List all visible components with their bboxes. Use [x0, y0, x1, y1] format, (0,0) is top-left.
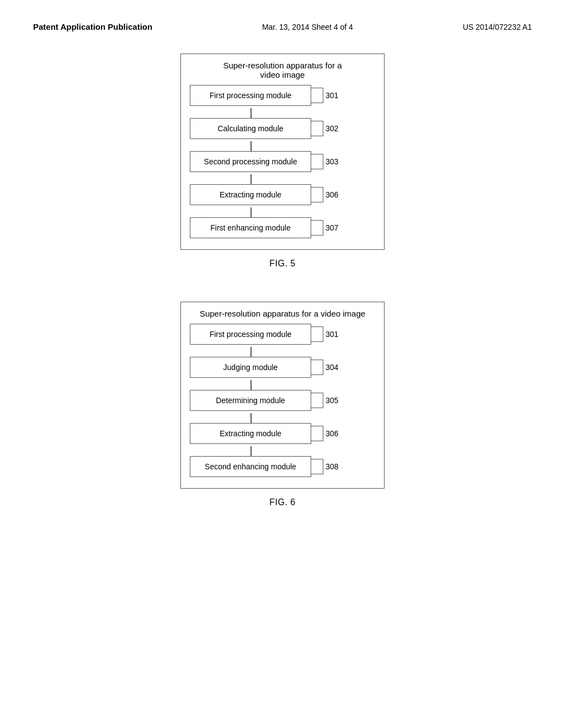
figure-6: Super-resolution apparatus for a video i…	[180, 302, 385, 507]
module-box: Determining module	[190, 390, 311, 411]
page-header: Patent Application Publication Mar. 13, …	[33, 22, 532, 31]
module-number-label: 306	[326, 429, 338, 438]
page: Patent Application Publication Mar. 13, …	[0, 0, 565, 728]
module-number-group: 307	[311, 220, 338, 235]
connector-line	[250, 413, 252, 423]
module-box: Second processing module	[190, 151, 311, 172]
module-number-label: 303	[326, 157, 338, 166]
module-number-label: 305	[326, 396, 338, 405]
diagram-box-6: Super-resolution apparatus for a video i…	[180, 302, 385, 489]
module-box: First processing module	[190, 85, 311, 106]
diagram-box-5: Super-resolution apparatus for avideo im…	[180, 53, 385, 250]
module-number-label: 307	[326, 223, 338, 232]
diagram-title-5: Super-resolution apparatus for avideo im…	[190, 61, 375, 79]
module-row: Second enhancing module308	[190, 456, 375, 477]
module-row: Judging module304	[190, 357, 375, 378]
figure-5: Super-resolution apparatus for avideo im…	[180, 53, 385, 269]
bracket-shape	[311, 393, 323, 408]
connector-line	[250, 446, 252, 456]
connector-line	[250, 380, 252, 390]
connector-line	[250, 174, 252, 184]
module-box: Calculating module	[190, 118, 311, 139]
module-number-label: 306	[326, 190, 338, 199]
fig6-caption: FIG. 6	[269, 497, 295, 507]
module-number-group: 301	[311, 88, 338, 103]
connector-line	[250, 141, 252, 151]
module-number-label: 304	[326, 363, 338, 372]
module-number-label: 308	[326, 462, 338, 471]
fig6-modules: First processing module301Judging module…	[190, 324, 375, 477]
module-number-group: 306	[311, 426, 338, 441]
module-row: Extracting module306	[190, 423, 375, 444]
module-box: Judging module	[190, 357, 311, 378]
module-number-label: 302	[326, 124, 338, 133]
module-number-group: 308	[311, 459, 338, 474]
module-number-label: 301	[326, 91, 338, 100]
module-number-label: 301	[326, 330, 338, 339]
module-number-group: 301	[311, 326, 338, 342]
module-row: First processing module301	[190, 324, 375, 345]
bracket-shape	[311, 121, 323, 136]
connector-line	[250, 207, 252, 217]
bracket-shape	[311, 154, 323, 169]
connector-line	[250, 347, 252, 357]
bracket-shape	[311, 426, 323, 441]
module-row: Extracting module306	[190, 184, 375, 205]
bracket-shape	[311, 360, 323, 375]
bracket-shape	[311, 326, 323, 342]
diagram-title-6: Super-resolution apparatus for a video i…	[190, 309, 375, 318]
header-center: Mar. 13, 2014 Sheet 4 of 4	[262, 23, 353, 31]
fig5-caption: FIG. 5	[269, 259, 295, 269]
bracket-shape	[311, 187, 323, 202]
module-box: First enhancing module	[190, 217, 311, 238]
module-number-group: 304	[311, 360, 338, 375]
module-row: First processing module301	[190, 85, 375, 106]
header-right: US 2014/072232 A1	[463, 23, 532, 31]
fig5-modules: First processing module301Calculating mo…	[190, 85, 375, 238]
header-left: Patent Application Publication	[33, 22, 152, 31]
module-row: Second processing module303	[190, 151, 375, 172]
module-number-group: 306	[311, 187, 338, 202]
module-number-group: 302	[311, 121, 338, 136]
bracket-shape	[311, 88, 323, 103]
module-row: Determining module305	[190, 390, 375, 411]
connector-line	[250, 108, 252, 118]
module-box: Extracting module	[190, 423, 311, 444]
module-box: Second enhancing module	[190, 456, 311, 477]
module-row: Calculating module302	[190, 118, 375, 139]
module-number-group: 303	[311, 154, 338, 169]
bracket-shape	[311, 459, 323, 474]
bracket-shape	[311, 220, 323, 235]
figures-container: Super-resolution apparatus for avideo im…	[33, 53, 532, 507]
module-box: First processing module	[190, 324, 311, 345]
module-number-group: 305	[311, 393, 338, 408]
module-row: First enhancing module307	[190, 217, 375, 238]
module-box: Extracting module	[190, 184, 311, 205]
